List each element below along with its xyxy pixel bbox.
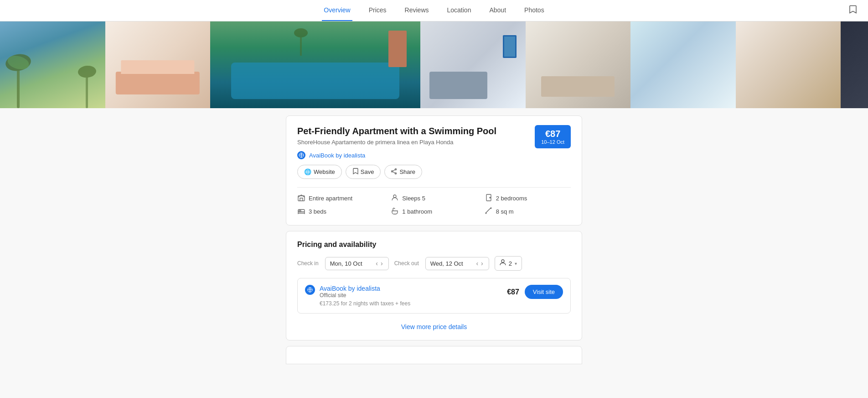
price-provider-name: AvaiBook by idealista xyxy=(320,285,410,292)
bed-icon xyxy=(297,207,305,216)
ruler-icon xyxy=(485,207,493,216)
features-grid: Entire apartment Sleeps 5 xyxy=(297,194,571,216)
guests-selector[interactable]: 2 ▾ xyxy=(495,256,522,271)
checkout-nav: ‹ › xyxy=(475,260,484,267)
checkin-prev-button[interactable]: ‹ xyxy=(375,260,379,267)
provider-logo xyxy=(305,285,315,295)
door-icon xyxy=(485,194,493,203)
checkout-prev-button[interactable]: ‹ xyxy=(475,260,479,267)
guests-chevron-icon: ▾ xyxy=(515,261,517,266)
checkout-next-button[interactable]: › xyxy=(480,260,484,267)
property-title-area: Pet-Friendly Apartment with a Swimming P… xyxy=(297,125,527,165)
price-provider-tag: Official site xyxy=(320,292,410,298)
svg-line-12 xyxy=(393,172,395,173)
guests-person-icon xyxy=(500,259,506,267)
navigation-bar: Overview Prices Reviews Location About P… xyxy=(0,0,868,21)
property-header: Pet-Friendly Apartment with a Swimming P… xyxy=(297,125,571,165)
nav-item-reviews[interactable]: Reviews xyxy=(403,0,431,21)
date-controls: Check in Mon, 10 Oct ‹ › Check out Wed, … xyxy=(297,256,571,271)
property-info-card: Pet-Friendly Apartment with a Swimming P… xyxy=(286,115,582,225)
price-row-right: €87 Visit site xyxy=(507,285,563,299)
bookmark-icon[interactable] xyxy=(849,5,857,16)
share-icon xyxy=(391,168,397,176)
guests-value: 2 xyxy=(509,260,512,267)
person-icon xyxy=(391,194,399,203)
svg-point-7 xyxy=(299,153,304,157)
checkin-value: Mon, 10 Oct xyxy=(330,260,372,267)
save-label: Save xyxy=(361,168,374,175)
save-button[interactable]: Save xyxy=(346,165,381,179)
photo-3[interactable] xyxy=(210,21,420,108)
svg-point-16 xyxy=(490,197,491,198)
checkout-input[interactable]: Wed, 12 Oct ‹ › xyxy=(425,257,489,270)
provider-icon xyxy=(297,151,305,159)
price-amount-display: €87 xyxy=(507,288,519,296)
feature-size-label: 8 sq m xyxy=(496,208,514,215)
feature-bedrooms: 2 bedrooms xyxy=(485,194,571,203)
photo-strip xyxy=(0,21,868,108)
price-amount: €87 xyxy=(541,129,564,139)
feature-bathrooms-label: 1 bathroom xyxy=(402,208,432,215)
save-icon xyxy=(352,168,358,176)
feature-size: 8 sq m xyxy=(485,207,571,216)
feature-beds: 3 beds xyxy=(297,207,383,216)
nav-item-about[interactable]: About xyxy=(487,0,508,21)
pricing-card: Pricing and availability Check in Mon, 1… xyxy=(286,231,582,340)
svg-rect-18 xyxy=(299,210,301,212)
feature-type: Entire apartment xyxy=(297,194,383,203)
share-label: Share xyxy=(399,168,415,175)
view-more-link[interactable]: View more price details xyxy=(401,323,467,330)
photo-6[interactable] xyxy=(630,21,736,108)
provider-row: AvaiBook by idealista xyxy=(297,151,527,159)
share-button[interactable]: Share xyxy=(384,165,422,179)
checkin-input[interactable]: Mon, 10 Oct ‹ › xyxy=(325,257,389,270)
pricing-title: Pricing and availability xyxy=(297,241,571,249)
feature-bedrooms-label: 2 bedrooms xyxy=(496,195,527,202)
action-buttons: 🌐 Website Save xyxy=(297,165,571,179)
website-button[interactable]: 🌐 Website xyxy=(297,165,342,179)
svg-point-6 xyxy=(294,28,308,37)
feature-type-label: Entire apartment xyxy=(309,195,352,202)
bottom-partial-card xyxy=(286,346,582,364)
photo-4[interactable] xyxy=(420,21,526,108)
feature-bathrooms: 1 bathroom xyxy=(391,207,477,216)
property-title: Pet-Friendly Apartment with a Swimming P… xyxy=(297,125,527,137)
photo-8[interactable] xyxy=(841,21,868,108)
photo-1[interactable] xyxy=(0,21,105,108)
checkout-label: Check out xyxy=(394,260,419,267)
view-more-row: View more price details xyxy=(297,317,571,331)
website-label: Website xyxy=(314,168,335,175)
svg-point-20 xyxy=(308,288,312,292)
svg-point-9 xyxy=(395,173,397,174)
price-total-text: €173.25 for 2 nights with taxes + fees xyxy=(320,300,410,307)
nav-item-prices[interactable]: Prices xyxy=(367,0,388,21)
price-row-avaibook: AvaiBook by idealista Official site €173… xyxy=(297,278,571,314)
property-subtitle: ShoreHouse Apartamento de primera linea … xyxy=(297,139,527,146)
svg-point-10 xyxy=(392,171,393,172)
checkin-next-button[interactable]: › xyxy=(380,260,384,267)
feature-sleeps-label: Sleeps 5 xyxy=(402,195,425,202)
provider-name: AvaiBook by idealista xyxy=(309,152,365,159)
price-dates: 10–12 Oct xyxy=(541,139,564,145)
bath-icon xyxy=(391,207,399,216)
nav-item-location[interactable]: Location xyxy=(445,0,473,21)
photo-5[interactable] xyxy=(526,21,631,108)
price-badge: €87 10–12 Oct xyxy=(535,125,571,148)
price-row-left: AvaiBook by idealista Official site €173… xyxy=(305,285,410,307)
checkin-label: Check in xyxy=(297,260,319,267)
visit-site-button[interactable]: Visit site xyxy=(525,285,563,299)
features-section: Entire apartment Sleeps 5 xyxy=(297,187,571,216)
svg-point-4 xyxy=(78,65,96,78)
svg-point-19 xyxy=(501,260,504,262)
svg-line-11 xyxy=(393,169,395,171)
photo-2[interactable] xyxy=(105,21,211,108)
feature-beds-label: 3 beds xyxy=(309,208,326,215)
photo-7[interactable] xyxy=(736,21,841,108)
nav-item-overview[interactable]: Overview xyxy=(322,0,352,21)
checkout-value: Wed, 12 Oct xyxy=(430,260,473,267)
main-content: Pet-Friendly Apartment with a Swimming P… xyxy=(286,108,582,382)
checkin-nav: ‹ › xyxy=(375,260,383,267)
nav-item-photos[interactable]: Photos xyxy=(522,0,546,21)
svg-point-14 xyxy=(393,195,396,198)
price-row-info: AvaiBook by idealista Official site €173… xyxy=(320,285,410,307)
